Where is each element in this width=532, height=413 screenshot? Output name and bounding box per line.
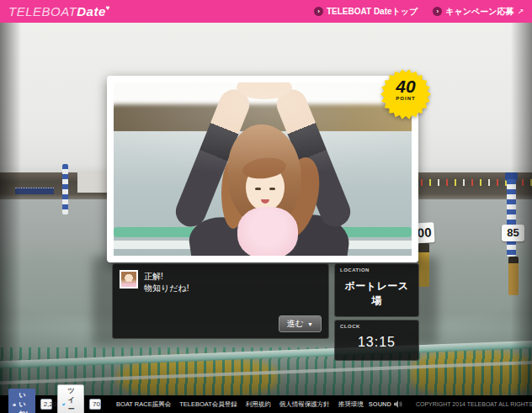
nav-label: TELEBOAT Dateトップ [327,6,418,18]
sound-label: SOUND [369,400,391,408]
footer-link-member[interactable]: TELEBOAT会員登録 [179,400,237,409]
speaker-icon [394,400,402,408]
woman-pink-scarf [237,207,298,256]
tweet-label: ツイート [68,386,79,413]
shore-sign [15,188,54,194]
date-photo [114,82,412,256]
twitter-bird-icon [62,401,66,408]
point-badge: 40 POINT [380,69,431,119]
point-unit: POINT [380,96,431,101]
yellow-bollard-right [508,257,519,295]
striped-buoy-pole-left [62,164,68,214]
race-marker-85: 85 [502,225,524,241]
facebook-like-count: 2,200 [40,399,52,410]
chat-avatar [120,270,138,289]
next-button[interactable]: 進む ▼ [279,315,322,332]
nav-teleboat-date-top[interactable]: › TELEBOAT Dateトップ [314,6,418,18]
facebook-like-button[interactable]: いいね! [8,389,35,413]
footer-bar: いいね! 2,200 ツイート 70 BOAT RACE振興会 TELEBOAT… [0,395,532,413]
external-link-icon: ↗ [517,8,524,16]
info-panel: LOCATION ボートレース場 CLOCK 13:15 [334,263,419,361]
chat-line-2: 物知りだね! [144,283,189,294]
tweet-count: 70 [89,399,101,410]
thumbs-up-icon [13,401,16,408]
site-logo[interactable]: TELEBOATDate♥ [8,4,110,19]
arrow-circle-icon: › [314,7,323,16]
striped-buoy-pole-right [507,179,516,257]
footer-link-environment[interactable]: 推奨環境 [338,400,364,409]
next-button-label: 進む [287,318,304,330]
footer-links: BOAT RACE振興会 TELEBOAT会員登録 利用規約 個人情報保護方針 … [116,400,364,409]
tweet-button[interactable]: ツイート [57,384,84,413]
footer-link-boatrace[interactable]: BOAT RACE振興会 [116,400,171,409]
chat-message-row: 正解! 物知りだね! [113,264,328,300]
woman-eye [255,188,261,190]
arrow-circle-icon: › [433,7,442,16]
point-badge-text: 40 POINT [380,77,431,101]
point-value: 40 [380,77,431,96]
nav-label: キャンペーン応募 [445,6,513,18]
logo-date-text: Date [77,4,106,19]
logo-teleboat-text: TELEBOAT [8,4,77,19]
chat-box: 正解! 物知りだね! 進む ▼ [112,263,329,339]
chat-line-1: 正解! [144,271,189,283]
logo-heart-icon: ♥ [106,4,110,12]
sound-toggle[interactable]: SOUND [369,400,402,408]
copyright-text: COPYRIGHT 2014 TELEBOAT ALL RIGHTS RESER… [416,401,532,407]
shore-building [77,171,111,193]
date-photo-card [107,76,418,262]
header-nav: › TELEBOAT Dateトップ › キャンペーン応募 ↗ [314,6,524,18]
nav-campaign-entry[interactable]: › キャンペーン応募 ↗ [433,6,524,18]
header-bar: TELEBOATDate♥ › TELEBOAT Dateトップ › キャンペー… [0,0,532,23]
facebook-like-label: いいね! [19,390,31,413]
footer-link-terms[interactable]: 利用規約 [246,400,271,409]
footer-link-privacy[interactable]: 個人情報保護方針 [279,400,330,409]
chevron-down-icon: ▼ [307,321,313,327]
woman-eye [269,188,275,190]
location-box: LOCATION ボートレース場 [334,263,419,317]
location-value: ボートレース場 [340,273,413,313]
clock-box: CLOCK 13:15 [334,320,419,361]
chat-text: 正解! 物知りだね! [144,270,189,294]
clock-value: 13:15 [340,329,413,357]
